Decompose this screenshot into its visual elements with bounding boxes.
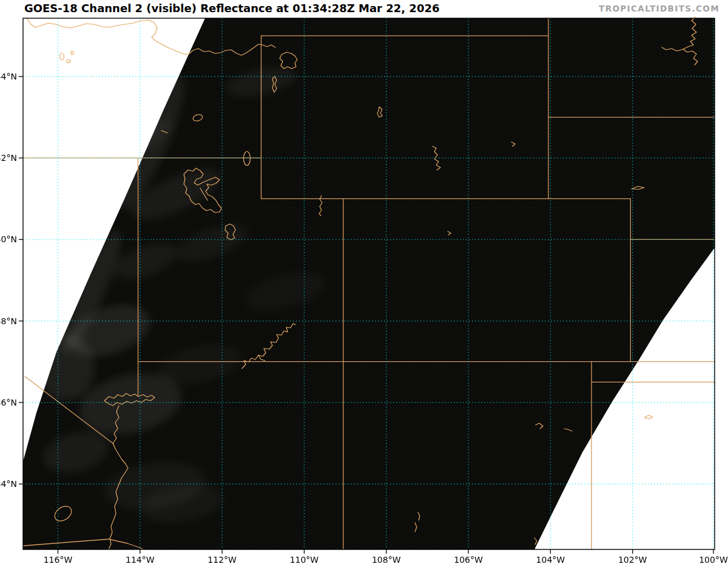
lon-tick-label: 106°W xyxy=(454,555,483,564)
lon-tick-label: 104°W xyxy=(536,555,565,564)
lat-tick-label: 40°N xyxy=(0,234,17,244)
lon-tick-label: 108°W xyxy=(372,555,401,564)
lat-tick-label: 34°N xyxy=(0,479,17,489)
lon-tick-label: 112°W xyxy=(207,555,237,564)
lon-tick-label: 100°W xyxy=(699,555,728,564)
satellite-map-figure: 44°N42°N40°N38°N36°N34°N116°W114°W112°W1… xyxy=(0,0,728,564)
map-canvas: 44°N42°N40°N38°N36°N34°N116°W114°W112°W1… xyxy=(0,0,728,564)
lat-tick-label: 38°N xyxy=(0,316,17,326)
lon-tick-label: 116°W xyxy=(44,555,73,564)
page-title: GOES-18 Channel 2 (visible) Reflectance … xyxy=(24,2,439,15)
lat-tick-label: 42°N xyxy=(0,153,17,163)
lon-tick-label: 102°W xyxy=(618,555,647,564)
watermark-text: TROPICALTIDBITS.COM xyxy=(599,4,720,13)
lat-tick-label: 44°N xyxy=(0,72,17,81)
lon-tick-label: 114°W xyxy=(126,555,155,564)
lat-tick-label: 36°N xyxy=(0,398,17,407)
lon-tick-label: 110°W xyxy=(290,555,319,564)
